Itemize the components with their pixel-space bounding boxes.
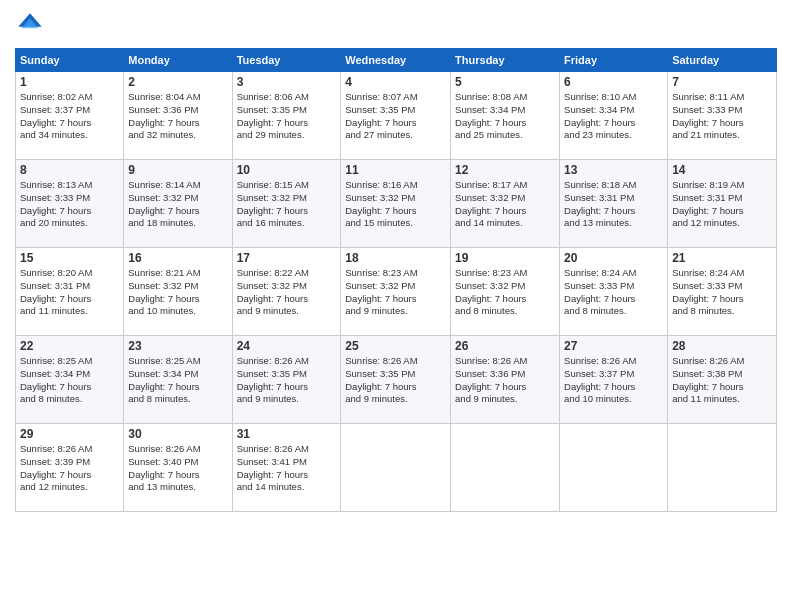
day-number: 31	[237, 427, 337, 441]
day-number: 10	[237, 163, 337, 177]
page: Sunday Monday Tuesday Wednesday Thursday…	[0, 0, 792, 612]
day-info: Sunrise: 8:06 AMSunset: 3:35 PMDaylight:…	[237, 91, 337, 142]
calendar-day-11: 11 Sunrise: 8:16 AMSunset: 3:32 PMDaylig…	[341, 160, 451, 248]
calendar-day-15: 15 Sunrise: 8:20 AMSunset: 3:31 PMDaylig…	[16, 248, 124, 336]
empty-cell	[451, 424, 560, 512]
day-number: 6	[564, 75, 663, 89]
calendar-day-21: 21 Sunrise: 8:24 AMSunset: 3:33 PMDaylig…	[668, 248, 777, 336]
day-info: Sunrise: 8:26 AMSunset: 3:35 PMDaylight:…	[345, 355, 446, 406]
day-info: Sunrise: 8:07 AMSunset: 3:35 PMDaylight:…	[345, 91, 446, 142]
day-number: 5	[455, 75, 555, 89]
day-info: Sunrise: 8:25 AMSunset: 3:34 PMDaylight:…	[20, 355, 119, 406]
calendar-day-20: 20 Sunrise: 8:24 AMSunset: 3:33 PMDaylig…	[560, 248, 668, 336]
day-number: 2	[128, 75, 227, 89]
day-info: Sunrise: 8:26 AMSunset: 3:41 PMDaylight:…	[237, 443, 337, 494]
day-info: Sunrise: 8:26 AMSunset: 3:40 PMDaylight:…	[128, 443, 227, 494]
day-info: Sunrise: 8:26 AMSunset: 3:37 PMDaylight:…	[564, 355, 663, 406]
col-wednesday: Wednesday	[341, 49, 451, 72]
day-info: Sunrise: 8:04 AMSunset: 3:36 PMDaylight:…	[128, 91, 227, 142]
day-number: 26	[455, 339, 555, 353]
calendar-day-9: 9 Sunrise: 8:14 AMSunset: 3:32 PMDayligh…	[124, 160, 232, 248]
day-info: Sunrise: 8:22 AMSunset: 3:32 PMDaylight:…	[237, 267, 337, 318]
calendar-day-18: 18 Sunrise: 8:23 AMSunset: 3:32 PMDaylig…	[341, 248, 451, 336]
day-number: 9	[128, 163, 227, 177]
calendar-day-1: 1 Sunrise: 8:02 AMSunset: 3:37 PMDayligh…	[16, 72, 124, 160]
calendar-day-4: 4 Sunrise: 8:07 AMSunset: 3:35 PMDayligh…	[341, 72, 451, 160]
day-info: Sunrise: 8:25 AMSunset: 3:34 PMDaylight:…	[128, 355, 227, 406]
day-number: 25	[345, 339, 446, 353]
calendar-day-30: 30 Sunrise: 8:26 AMSunset: 3:40 PMDaylig…	[124, 424, 232, 512]
col-sunday: Sunday	[16, 49, 124, 72]
day-info: Sunrise: 8:02 AMSunset: 3:37 PMDaylight:…	[20, 91, 119, 142]
day-info: Sunrise: 8:23 AMSunset: 3:32 PMDaylight:…	[455, 267, 555, 318]
calendar-day-8: 8 Sunrise: 8:13 AMSunset: 3:33 PMDayligh…	[16, 160, 124, 248]
calendar-week-1: 1 Sunrise: 8:02 AMSunset: 3:37 PMDayligh…	[16, 72, 777, 160]
calendar-day-12: 12 Sunrise: 8:17 AMSunset: 3:32 PMDaylig…	[451, 160, 560, 248]
day-number: 13	[564, 163, 663, 177]
day-number: 8	[20, 163, 119, 177]
calendar-day-24: 24 Sunrise: 8:26 AMSunset: 3:35 PMDaylig…	[232, 336, 341, 424]
calendar-week-2: 8 Sunrise: 8:13 AMSunset: 3:33 PMDayligh…	[16, 160, 777, 248]
day-number: 3	[237, 75, 337, 89]
logo-icon	[15, 10, 45, 40]
calendar-day-10: 10 Sunrise: 8:15 AMSunset: 3:32 PMDaylig…	[232, 160, 341, 248]
day-info: Sunrise: 8:11 AMSunset: 3:33 PMDaylight:…	[672, 91, 772, 142]
day-info: Sunrise: 8:24 AMSunset: 3:33 PMDaylight:…	[672, 267, 772, 318]
calendar-day-26: 26 Sunrise: 8:26 AMSunset: 3:36 PMDaylig…	[451, 336, 560, 424]
empty-cell	[668, 424, 777, 512]
col-tuesday: Tuesday	[232, 49, 341, 72]
calendar-day-2: 2 Sunrise: 8:04 AMSunset: 3:36 PMDayligh…	[124, 72, 232, 160]
calendar-day-22: 22 Sunrise: 8:25 AMSunset: 3:34 PMDaylig…	[16, 336, 124, 424]
calendar-week-3: 15 Sunrise: 8:20 AMSunset: 3:31 PMDaylig…	[16, 248, 777, 336]
calendar-day-3: 3 Sunrise: 8:06 AMSunset: 3:35 PMDayligh…	[232, 72, 341, 160]
calendar-day-28: 28 Sunrise: 8:26 AMSunset: 3:38 PMDaylig…	[668, 336, 777, 424]
empty-cell	[560, 424, 668, 512]
calendar-day-13: 13 Sunrise: 8:18 AMSunset: 3:31 PMDaylig…	[560, 160, 668, 248]
calendar-day-25: 25 Sunrise: 8:26 AMSunset: 3:35 PMDaylig…	[341, 336, 451, 424]
day-number: 14	[672, 163, 772, 177]
logo	[15, 10, 49, 40]
calendar-day-17: 17 Sunrise: 8:22 AMSunset: 3:32 PMDaylig…	[232, 248, 341, 336]
col-friday: Friday	[560, 49, 668, 72]
day-number: 21	[672, 251, 772, 265]
day-info: Sunrise: 8:18 AMSunset: 3:31 PMDaylight:…	[564, 179, 663, 230]
calendar-day-23: 23 Sunrise: 8:25 AMSunset: 3:34 PMDaylig…	[124, 336, 232, 424]
day-info: Sunrise: 8:16 AMSunset: 3:32 PMDaylight:…	[345, 179, 446, 230]
calendar-week-4: 22 Sunrise: 8:25 AMSunset: 3:34 PMDaylig…	[16, 336, 777, 424]
calendar-day-19: 19 Sunrise: 8:23 AMSunset: 3:32 PMDaylig…	[451, 248, 560, 336]
day-number: 17	[237, 251, 337, 265]
day-info: Sunrise: 8:23 AMSunset: 3:32 PMDaylight:…	[345, 267, 446, 318]
calendar-day-16: 16 Sunrise: 8:21 AMSunset: 3:32 PMDaylig…	[124, 248, 232, 336]
day-info: Sunrise: 8:15 AMSunset: 3:32 PMDaylight:…	[237, 179, 337, 230]
day-info: Sunrise: 8:26 AMSunset: 3:38 PMDaylight:…	[672, 355, 772, 406]
calendar-day-7: 7 Sunrise: 8:11 AMSunset: 3:33 PMDayligh…	[668, 72, 777, 160]
day-number: 28	[672, 339, 772, 353]
day-info: Sunrise: 8:10 AMSunset: 3:34 PMDaylight:…	[564, 91, 663, 142]
day-info: Sunrise: 8:26 AMSunset: 3:39 PMDaylight:…	[20, 443, 119, 494]
day-number: 27	[564, 339, 663, 353]
day-number: 16	[128, 251, 227, 265]
col-thursday: Thursday	[451, 49, 560, 72]
day-number: 12	[455, 163, 555, 177]
header	[15, 10, 777, 40]
day-number: 24	[237, 339, 337, 353]
day-number: 23	[128, 339, 227, 353]
calendar-week-5: 29 Sunrise: 8:26 AMSunset: 3:39 PMDaylig…	[16, 424, 777, 512]
calendar-day-29: 29 Sunrise: 8:26 AMSunset: 3:39 PMDaylig…	[16, 424, 124, 512]
day-number: 20	[564, 251, 663, 265]
weekday-header-row: Sunday Monday Tuesday Wednesday Thursday…	[16, 49, 777, 72]
day-info: Sunrise: 8:19 AMSunset: 3:31 PMDaylight:…	[672, 179, 772, 230]
day-number: 1	[20, 75, 119, 89]
day-info: Sunrise: 8:20 AMSunset: 3:31 PMDaylight:…	[20, 267, 119, 318]
calendar-day-27: 27 Sunrise: 8:26 AMSunset: 3:37 PMDaylig…	[560, 336, 668, 424]
day-number: 4	[345, 75, 446, 89]
day-number: 19	[455, 251, 555, 265]
day-info: Sunrise: 8:26 AMSunset: 3:35 PMDaylight:…	[237, 355, 337, 406]
day-number: 7	[672, 75, 772, 89]
day-info: Sunrise: 8:14 AMSunset: 3:32 PMDaylight:…	[128, 179, 227, 230]
day-number: 18	[345, 251, 446, 265]
day-number: 29	[20, 427, 119, 441]
day-info: Sunrise: 8:26 AMSunset: 3:36 PMDaylight:…	[455, 355, 555, 406]
calendar-day-31: 31 Sunrise: 8:26 AMSunset: 3:41 PMDaylig…	[232, 424, 341, 512]
day-info: Sunrise: 8:17 AMSunset: 3:32 PMDaylight:…	[455, 179, 555, 230]
